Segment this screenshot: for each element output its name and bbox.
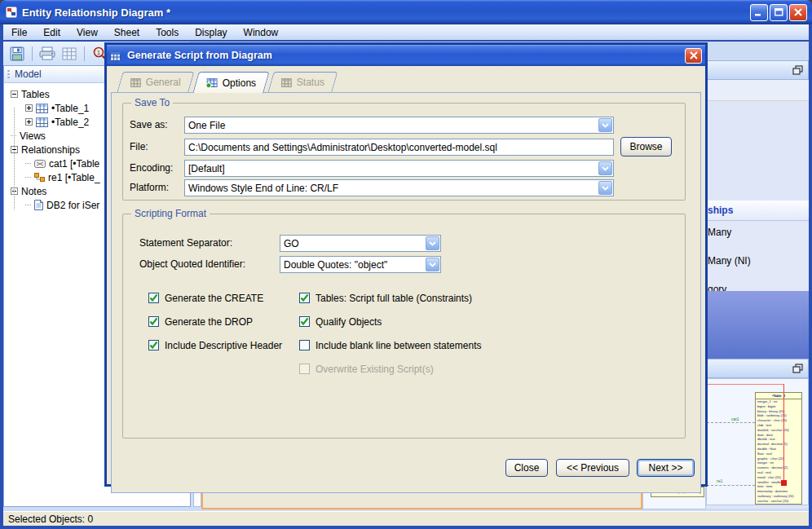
tab-status[interactable]: Status <box>267 72 338 92</box>
checkbox-generate-drop[interactable]: Generate the DROP <box>148 315 253 328</box>
checkbox-label: Include blank line between statements <box>316 340 481 351</box>
chevron-down-icon[interactable] <box>598 118 612 132</box>
relationship-icon <box>34 173 45 182</box>
close-dialog-button[interactable]: Close <box>505 459 548 477</box>
palette-empty-area <box>706 291 809 359</box>
checkbox-disabled-icon <box>299 364 310 374</box>
menu-item[interactable]: View <box>68 25 106 40</box>
diagram-canvas[interactable]: cat1 re1 •Table_2 integer_1 : intbigint … <box>706 378 809 505</box>
dialog-close-icon[interactable] <box>685 48 702 64</box>
print-icon[interactable] <box>38 45 56 63</box>
combo-value: GO <box>280 238 425 249</box>
expand-icon[interactable] <box>25 104 33 112</box>
note-icon <box>34 200 43 210</box>
checkbox-descriptive-header[interactable]: Include Descriptive Header <box>148 339 282 351</box>
scripting-format-group: Scripting Format Statement Separator: GO… <box>122 214 686 439</box>
tab-general[interactable]: General <box>117 72 194 92</box>
right-panel-band <box>707 80 809 101</box>
collapse-icon[interactable] <box>11 90 18 98</box>
file-label: File: <box>130 141 148 152</box>
table-icon <box>36 104 48 113</box>
palette-item[interactable]: Many <box>706 221 809 249</box>
chevron-down-icon[interactable] <box>426 236 439 250</box>
selection-line <box>783 384 784 483</box>
previous-button[interactable]: << Previous <box>556 459 629 477</box>
encoding-combo[interactable]: [Default] <box>184 160 614 177</box>
connector-label: re1 <box>717 478 722 483</box>
entity-rows: integer_1 : intbigint : bigintbinary : b… <box>756 399 801 504</box>
status-text: Selected Objects: 0 <box>8 514 93 525</box>
menu-item[interactable]: Sheet <box>106 25 148 40</box>
category-relationship-icon <box>34 160 46 168</box>
app-window: Entity Relationship Diagram * FileEditVi… <box>0 0 812 529</box>
group-legend: Save To <box>131 97 173 108</box>
save-icon[interactable] <box>8 45 26 63</box>
chevron-down-icon[interactable] <box>598 161 612 175</box>
save-as-combo[interactable]: One File <box>184 117 614 134</box>
tree-label: Relationships <box>21 144 80 156</box>
panel-grip-icon[interactable] <box>7 69 10 79</box>
table-icon <box>36 117 48 127</box>
checkbox-label: Qualify Objects <box>316 316 382 328</box>
menu-item[interactable]: Edit <box>35 25 68 40</box>
next-button[interactable]: Next >> <box>637 459 695 477</box>
tree-stub <box>25 177 31 178</box>
expand-icon[interactable] <box>25 118 33 126</box>
checkbox-generate-create[interactable]: Generate the CREATE <box>148 292 263 304</box>
statement-separator-combo[interactable]: GO <box>280 235 441 252</box>
browse-button[interactable]: Browse <box>620 137 672 156</box>
platform-combo[interactable]: Windows Style End of Line: CR/LF <box>184 179 614 196</box>
minimize-button[interactable] <box>750 4 768 21</box>
selection-handle[interactable] <box>781 480 787 486</box>
right-panel-header <box>706 60 809 80</box>
tree-guide <box>14 108 15 209</box>
tree-label: Tables <box>21 89 50 100</box>
tree-label: Views <box>20 130 46 142</box>
connector-label: cat1 <box>731 417 739 421</box>
entity-table[interactable]: •Table_2 integer_1 : intbigint : bigintb… <box>755 392 802 505</box>
tree-label: cat1 [•Table <box>49 158 99 170</box>
combo-value: One File <box>185 120 598 131</box>
statement-separator-label: Statement Separator: <box>139 237 232 249</box>
window-titlebar: Entity Relationship Diagram * <box>0 0 812 24</box>
restore-pane-icon[interactable] <box>792 364 803 373</box>
generate-script-dialog: Generate Script from Diagram General Opt… <box>104 42 708 487</box>
entity-row: varchar : varchar (20) <box>756 499 801 504</box>
menu-item[interactable]: Tools <box>148 25 187 40</box>
file-path-input[interactable] <box>184 139 614 156</box>
tab-label: General <box>146 77 181 88</box>
palette-items: Many Many (NI) gory <box>706 221 809 291</box>
model-panel-title: Model <box>15 68 42 80</box>
tab-label: Options <box>223 77 256 89</box>
connector-line <box>707 422 755 423</box>
quoted-identifier-combo[interactable]: Double Quotes: "object" <box>280 256 441 273</box>
button-label: Close <box>514 462 540 474</box>
app-icon <box>5 6 18 19</box>
chevron-down-icon[interactable] <box>426 258 439 271</box>
close-button[interactable] <box>789 4 807 21</box>
menu-item[interactable]: Display <box>187 25 235 40</box>
checkbox-script-full-table[interactable]: Tables: Script full table (Constraints) <box>299 292 472 304</box>
maximize-button[interactable] <box>770 4 788 21</box>
selection-line <box>707 384 784 385</box>
checkbox-blank-line[interactable]: Include blank line between statements <box>299 339 481 351</box>
quoted-identifier-label: Object Quoted Identifier: <box>139 258 245 270</box>
right-panel: ships Many Many (NI) gory cat1 re1 •Tabl… <box>706 60 809 509</box>
menu-item[interactable]: Window <box>236 25 287 40</box>
palette-item[interactable]: Many (NI) <box>706 249 809 278</box>
checkbox-label: Generate the DROP <box>165 316 253 328</box>
tab-options[interactable]: Options <box>192 72 270 93</box>
grid-sheet-icon[interactable] <box>60 45 78 63</box>
checkbox-unchecked-icon <box>299 340 310 350</box>
menu-item[interactable]: File <box>3 25 35 40</box>
browse-button-label: Browse <box>629 141 662 152</box>
platform-label: Platform: <box>130 182 169 193</box>
palette-header: ships <box>706 201 809 221</box>
tab-general-icon <box>130 78 141 87</box>
encoding-label: Encoding: <box>130 162 173 174</box>
restore-pane-icon[interactable] <box>792 65 803 75</box>
checkbox-qualify-objects[interactable]: Qualify Objects <box>299 315 382 328</box>
right-panel-body <box>706 80 809 201</box>
chevron-down-icon[interactable] <box>598 181 612 195</box>
combo-value: Windows Style End of Line: CR/LF <box>185 183 598 194</box>
